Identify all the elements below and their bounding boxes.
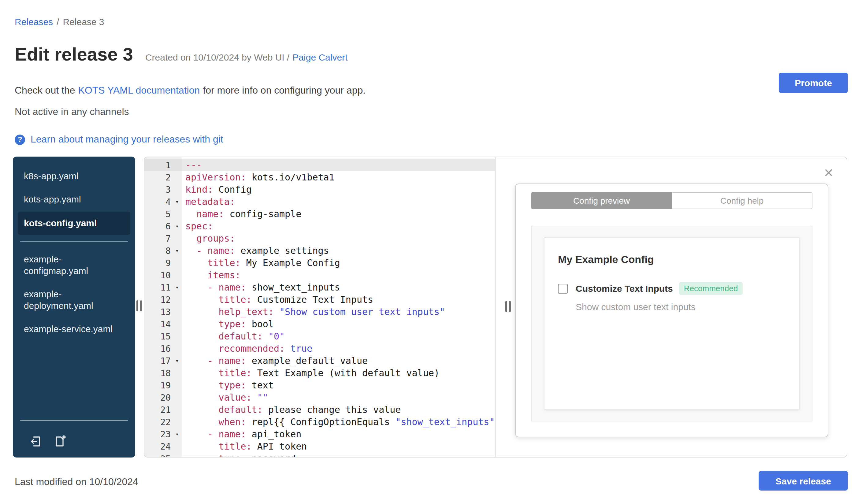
code-line[interactable]: 11▾ - name: show_text_inputs xyxy=(144,281,495,294)
preview-tabs: Config preview Config help xyxy=(531,192,812,209)
save-release-button[interactable]: Save release xyxy=(759,471,848,491)
config-option-help-text: Show custom user text inputs xyxy=(576,302,785,312)
breadcrumb-separator: / xyxy=(56,16,59,27)
code-line[interactable]: 22 when: repl{{ ConfigOptionEquals "show… xyxy=(144,416,495,428)
code-line[interactable]: 8▾ - name: example_settings xyxy=(144,245,495,257)
recommended-badge: Recommended xyxy=(679,282,743,295)
sidebar-footer-divider xyxy=(20,420,128,421)
config-group-card: My Example Config Customize Text Inputs … xyxy=(544,237,800,410)
breadcrumb-current: Release 3 xyxy=(63,16,104,27)
line-number: 23▾ xyxy=(144,428,182,440)
config-preview-panel: × Config preview Config help My Example … xyxy=(495,157,847,457)
editor-shell: 1---2apiVersion: kots.io/v1beta13kind: C… xyxy=(144,157,847,457)
help-question-icon[interactable]: ? xyxy=(15,134,25,145)
code-line[interactable]: 16 recommended: true xyxy=(144,343,495,355)
customize-text-inputs-checkbox[interactable] xyxy=(558,283,568,293)
fold-arrow-icon[interactable]: ▾ xyxy=(172,355,182,367)
upload-file-icon[interactable] xyxy=(29,434,42,448)
sidebar-divider xyxy=(20,241,128,241)
line-number: 9 xyxy=(144,257,182,269)
line-number: 8▾ xyxy=(144,245,182,257)
title-row: Edit release 3 Created on 10/10/2024 by … xyxy=(15,44,348,65)
doc-text-prefix: Check out the xyxy=(15,85,75,96)
code-line[interactable]: 6▾spec: xyxy=(144,220,495,233)
line-number: 19 xyxy=(144,379,182,392)
code-line[interactable]: 1--- xyxy=(144,159,495,171)
kots-docs-link[interactable]: KOTS YAML documentation xyxy=(78,85,200,96)
code-line[interactable]: 14 type: bool xyxy=(144,318,495,330)
fold-arrow-icon[interactable]: ▾ xyxy=(172,245,182,257)
line-number: 22 xyxy=(144,416,182,428)
sidebar-footer xyxy=(13,414,135,457)
file-item[interactable]: example-service.yaml xyxy=(13,317,135,340)
release-editor: k8s-app.yamlkots-app.yamlkots-config.yam… xyxy=(13,157,847,457)
tab-config-help[interactable]: Config help xyxy=(672,192,812,209)
breadcrumb-releases-link[interactable]: Releases xyxy=(15,16,53,27)
code-line[interactable]: 5 name: config-sample xyxy=(144,208,495,220)
line-number: 5 xyxy=(144,208,182,220)
created-by-link[interactable]: Paige Calvert xyxy=(292,52,348,62)
line-number: 25 xyxy=(144,453,182,457)
promote-button[interactable]: Promote xyxy=(779,73,848,93)
line-number: 7 xyxy=(144,233,182,245)
code-line[interactable]: 23▾ - name: api_token xyxy=(144,428,495,440)
git-help-link[interactable]: Learn about managing your releases with … xyxy=(30,134,223,145)
code-line[interactable]: 7 groups: xyxy=(144,233,495,245)
fold-arrow-icon[interactable]: ▾ xyxy=(172,196,182,208)
tab-config-preview[interactable]: Config preview xyxy=(531,192,672,209)
code-line[interactable]: 15 default: "0" xyxy=(144,330,495,343)
close-icon[interactable]: × xyxy=(824,164,833,181)
code-line[interactable]: 12 title: Customize Text Inputs xyxy=(144,294,495,306)
line-number: 1 xyxy=(144,159,182,171)
fold-arrow-icon[interactable]: ▾ xyxy=(172,281,182,294)
file-item[interactable]: example-deployment.yaml xyxy=(13,282,135,317)
code-line[interactable]: 2apiVersion: kots.io/v1beta1 xyxy=(144,171,495,184)
code-line[interactable]: 9 title: My Example Config xyxy=(144,257,495,269)
code-line[interactable]: 3kind: Config xyxy=(144,184,495,196)
line-number: 12 xyxy=(144,294,182,306)
code-line[interactable]: 13 help_text: "Show custom user text inp… xyxy=(144,306,495,318)
line-number: 10 xyxy=(144,269,182,281)
code-line[interactable]: 24 title: API token xyxy=(144,440,495,453)
new-file-icon[interactable] xyxy=(53,434,67,448)
line-number: 15 xyxy=(144,330,182,343)
code-line[interactable]: 21 default: please change this value xyxy=(144,404,495,416)
line-number: 14 xyxy=(144,318,182,330)
line-number: 18 xyxy=(144,367,182,379)
line-number: 4▾ xyxy=(144,196,182,208)
code-line[interactable]: 17▾ - name: example_default_value xyxy=(144,355,495,367)
line-number: 6▾ xyxy=(144,220,182,233)
line-number: 13 xyxy=(144,306,182,318)
line-number: 24 xyxy=(144,440,182,453)
git-help-row: ? Learn about managing your releases wit… xyxy=(15,134,223,145)
yaml-editor[interactable]: 1---2apiVersion: kots.io/v1beta13kind: C… xyxy=(144,157,495,457)
code-line[interactable]: 25 type: password xyxy=(144,453,495,457)
line-number: 3 xyxy=(144,184,182,196)
file-list-top: k8s-app.yamlkots-app.yamlkots-config.yam… xyxy=(13,157,135,235)
file-item[interactable]: example-configmap.yaml xyxy=(13,248,135,282)
created-info: Created on 10/10/2024 by Web UI / Paige … xyxy=(145,52,348,62)
file-item[interactable]: kots-app.yaml xyxy=(13,187,135,210)
file-item[interactable]: kots-config.yaml xyxy=(18,212,130,235)
config-option-row: Customize Text Inputs Recommended xyxy=(558,282,785,295)
code-line[interactable]: 10 items: xyxy=(144,269,495,281)
fold-arrow-icon[interactable]: ▾ xyxy=(172,428,182,440)
code-line[interactable]: 20 value: "" xyxy=(144,392,495,404)
channel-status: Not active in any channels xyxy=(15,106,129,117)
config-group-title: My Example Config xyxy=(558,254,785,266)
sidebar-resize-handle[interactable] xyxy=(136,300,142,311)
code-line[interactable]: 18 title: Text Example (with default val… xyxy=(144,367,495,379)
line-number: 11▾ xyxy=(144,281,182,294)
fold-arrow-icon[interactable]: ▾ xyxy=(172,220,182,233)
breadcrumb: Releases / Release 3 xyxy=(15,16,104,27)
code-line[interactable]: 19 type: text xyxy=(144,379,495,392)
last-modified: Last modified on 10/10/2024 xyxy=(15,477,138,488)
editor-resize-handle[interactable] xyxy=(505,301,511,312)
file-actions xyxy=(13,427,135,457)
line-number: 21 xyxy=(144,404,182,416)
file-item[interactable]: k8s-app.yaml xyxy=(13,164,135,187)
file-sidebar: k8s-app.yamlkots-app.yamlkots-config.yam… xyxy=(13,157,135,457)
doc-info: Check out the KOTS YAML documentation fo… xyxy=(15,85,366,96)
file-list-bottom: example-configmap.yamlexample-deployment… xyxy=(13,248,135,340)
code-line[interactable]: 4▾metadata: xyxy=(144,196,495,208)
